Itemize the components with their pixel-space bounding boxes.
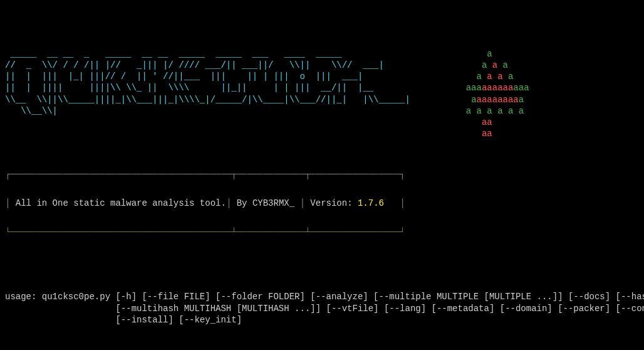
- version-label: Version:: [310, 198, 352, 209]
- usage-line: [--multihash MULTIHASH [MULTIHASH ...]] …: [5, 303, 639, 314]
- box-border-bottom: └───────────────────────────────────────…: [5, 226, 405, 238]
- header-ascii: _____ __ __ _ _____ __ __ _____ _____ __…: [5, 48, 639, 140]
- version-number: 1.7.6: [358, 198, 384, 209]
- logo-ascii: _____ __ __ _ _____ __ __ _____ _____ __…: [5, 48, 410, 140]
- usage-lines: usage: qu1cksc0pe.py [-h] [--file FILE] …: [5, 291, 639, 326]
- author: By CYB3RMX_: [237, 198, 294, 209]
- tree-ascii: a a a a a a a a aaaaaaaaaaaa aaaaaaaaaa …: [429, 48, 529, 140]
- box-border-left: ┌───────────────────────────────────────…: [5, 169, 405, 180]
- info-box: ┌───────────────────────────────────────…: [5, 169, 639, 180]
- tagline: All in One static malware analysis tool.: [16, 198, 226, 209]
- usage-line: usage: qu1cksc0pe.py [-h] [--file FILE] …: [5, 291, 639, 302]
- usage-line: [--install] [--key_init]: [5, 314, 639, 326]
